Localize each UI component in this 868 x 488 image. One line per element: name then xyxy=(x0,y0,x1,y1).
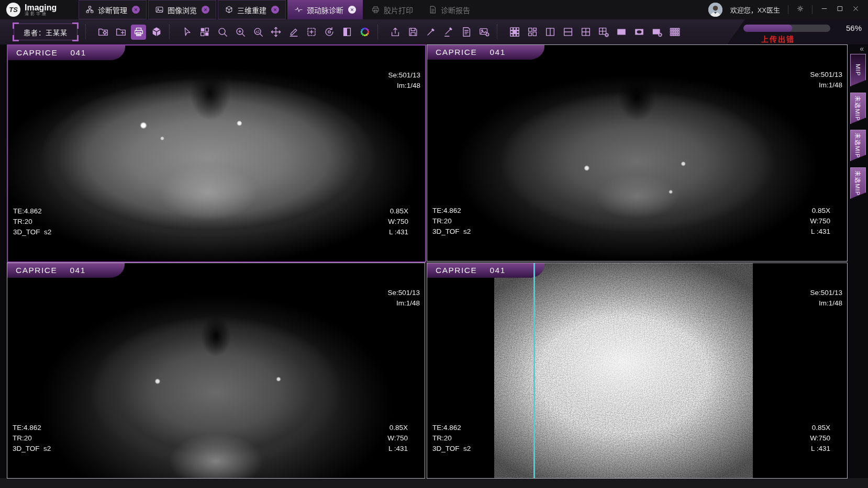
series-info-overlay: Se:501/13Im:1/48 xyxy=(388,49,420,112)
toolbar-tools: x2 xyxy=(83,19,682,44)
window-level-tool[interactable] xyxy=(339,25,354,40)
minimize-button[interactable] xyxy=(820,5,828,15)
layout-split-horizontal-tool[interactable] xyxy=(560,25,575,40)
viewport-panel-3[interactable]: CAPRICE 041 Se:501/13Im:1/48 TE:4.862TR:… xyxy=(7,263,425,479)
tab-close-icon[interactable]: ✕ xyxy=(132,6,140,14)
series-name: CAPRICE xyxy=(16,48,58,58)
tab-diagnosis-report: 诊断报告 xyxy=(421,0,477,19)
volume-3d-tool[interactable] xyxy=(149,25,164,40)
sidebar-tab-mip-unselected-3[interactable]: 未选MIP xyxy=(850,167,866,199)
rotate-tool[interactable] xyxy=(321,25,337,40)
series-name: CAPRICE xyxy=(436,266,477,275)
zoom-x2-tool[interactable]: x2 xyxy=(250,25,265,40)
tab-carotid-diagnosis[interactable]: 颈动脉诊断✕ xyxy=(287,0,363,19)
series-number: 041 xyxy=(489,48,505,57)
toolbar: 患者：王某某 x2 56% 上传出错 xyxy=(0,19,868,44)
window-controls xyxy=(788,5,860,15)
collapse-sidebar-icon[interactable]: « xyxy=(860,44,863,53)
layout-split-vertical-tool[interactable] xyxy=(542,25,558,40)
zoom-in-tool[interactable] xyxy=(232,25,248,40)
upload-progress-track xyxy=(743,25,830,32)
mask-rect-close-tool[interactable] xyxy=(649,25,664,40)
export-tool[interactable] xyxy=(387,25,403,40)
cursor-tool[interactable] xyxy=(179,25,194,40)
viewport-panel-2[interactable]: CAPRICE 041 Se:501/13Im:1/48 TE:4.862TR:… xyxy=(427,44,848,262)
sidebar-tab-mip-unselected-2[interactable]: 未选MIP xyxy=(850,130,866,161)
viewport-panel-4[interactable]: CAPRICE 041 Se:501/13Im:1/48 TE:4.862TR:… xyxy=(427,263,848,479)
layout-tiles-tool[interactable] xyxy=(525,25,540,40)
acquisition-overlay: TE:4.862TR:203D_TOF s2 xyxy=(432,402,471,475)
save-tool[interactable] xyxy=(405,25,420,40)
toolbar-divider xyxy=(497,25,502,39)
tab-label: 颈动脉诊断 xyxy=(307,5,343,15)
mip-sidebar: « MIP未选MIP未选MIP未选MIP xyxy=(847,44,868,488)
series-tab[interactable]: CAPRICE 041 xyxy=(427,263,544,278)
report-tool[interactable] xyxy=(459,25,474,40)
mask-ellipse-tool[interactable] xyxy=(631,25,647,40)
avatar[interactable] xyxy=(708,3,722,17)
sidebar-tab-mip-unselected-1[interactable]: 未选MIP xyxy=(850,93,866,124)
layout-grid-2x2-tool[interactable] xyxy=(578,25,593,40)
tab-image-browse[interactable]: 图像浏览✕ xyxy=(148,0,216,19)
minimize-icon xyxy=(820,5,828,15)
maximize-icon xyxy=(836,5,844,15)
color-palette-tool[interactable] xyxy=(357,25,372,40)
print-tool[interactable] xyxy=(131,25,146,40)
tab-close-icon[interactable]: ✕ xyxy=(271,6,279,14)
display-overlay: 0.85XW:750L :431 xyxy=(388,185,408,258)
patient-label: 患者：王某某 xyxy=(24,27,68,37)
series-number: 041 xyxy=(489,266,505,275)
tab-label: 诊断报告 xyxy=(441,5,470,15)
series-tab[interactable]: CAPRICE 041 xyxy=(7,263,125,278)
toolbar-divider xyxy=(169,25,174,39)
display-overlay: 0.85XW:750L :431 xyxy=(810,185,830,258)
logo-brand: Imaging xyxy=(25,4,57,12)
layout-grid-3x3-tool[interactable] xyxy=(507,25,522,40)
tab-3d-reconstruction[interactable]: 三维重建✕ xyxy=(218,0,286,19)
tab-diagnosis-management[interactable]: 诊断管理✕ xyxy=(79,0,147,19)
tile-layout-tool[interactable] xyxy=(197,25,212,40)
tab-close-icon[interactable]: ✕ xyxy=(202,6,209,14)
patient-name-box[interactable]: 患者：王某某 xyxy=(14,24,77,40)
series-info-overlay: Se:501/13Im:1/48 xyxy=(810,49,842,111)
open-study-add-tool[interactable] xyxy=(113,25,128,40)
display-overlay: 0.85XW:750L :431 xyxy=(810,402,830,475)
maximize-button[interactable] xyxy=(836,5,844,15)
settings-button[interactable] xyxy=(796,5,804,15)
upload-error-text: 上传出错 xyxy=(761,33,795,44)
roi-select-tool[interactable] xyxy=(304,25,319,40)
filmstrip-tool[interactable] xyxy=(667,25,682,40)
acquisition-overlay: TE:4.862TR:203D_TOF s2 xyxy=(13,185,51,258)
tab-label: 三维重建 xyxy=(237,5,266,15)
measure-angle-tool[interactable] xyxy=(441,25,456,40)
mri-axial-image xyxy=(8,46,425,262)
tab-close-icon[interactable]: ✕ xyxy=(348,6,356,14)
series-number: 041 xyxy=(70,48,86,58)
viewer-area: CAPRICE 041 Se:501/13Im:1/48 TE:4.862TR:… xyxy=(0,44,868,488)
mpr-reference-line[interactable] xyxy=(533,263,535,478)
logo-monogram: TS xyxy=(6,3,20,17)
open-study-settings-tool[interactable] xyxy=(95,25,110,40)
series-name: CAPRICE xyxy=(16,266,57,275)
mask-rect-tool[interactable] xyxy=(614,25,629,40)
mri-axial-image xyxy=(427,45,847,261)
toolbar-divider xyxy=(85,25,90,39)
magnify-tool[interactable] xyxy=(215,25,230,40)
report-icon xyxy=(428,5,437,14)
separator xyxy=(788,5,788,14)
user-greeting: 欢迎您，XX医生 xyxy=(730,5,780,15)
acquisition-overlay: TE:4.862TR:203D_TOF s2 xyxy=(432,185,471,258)
org-chart-icon xyxy=(85,5,94,14)
export-image-tool[interactable] xyxy=(476,25,492,40)
layout-close-tool[interactable] xyxy=(596,25,611,40)
measure-line-tool[interactable] xyxy=(423,25,438,40)
series-tab[interactable]: CAPRICE 041 xyxy=(427,44,544,60)
close-button[interactable] xyxy=(852,5,860,15)
pan-tool[interactable] xyxy=(268,25,283,40)
series-tab[interactable]: CAPRICE 041 xyxy=(7,45,125,60)
sidebar-tab-mip-active[interactable]: MIP xyxy=(850,54,866,86)
viewport-panel-1[interactable]: CAPRICE 041 Se:501/13Im:1/48 TE:4.862TR:… xyxy=(7,44,426,263)
annotate-tool[interactable] xyxy=(286,25,301,40)
cube-icon xyxy=(225,5,233,14)
tab-label: 图像浏览 xyxy=(168,5,197,15)
